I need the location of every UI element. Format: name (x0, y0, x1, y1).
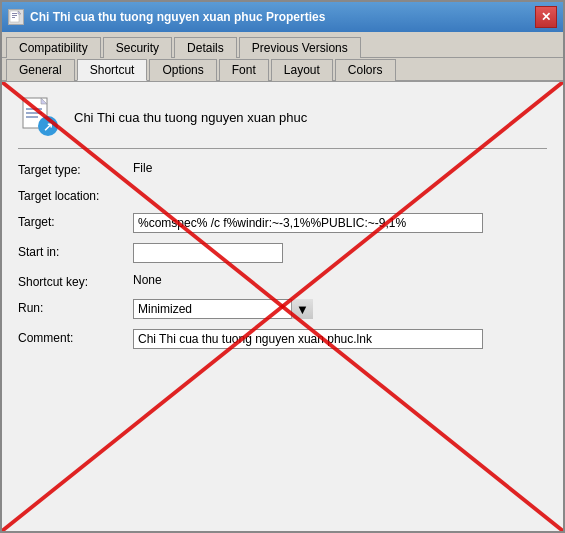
target-location-row: Target location: (18, 187, 547, 203)
file-title: Chi Thi cua thu tuong nguyen xuan phuc (74, 110, 307, 125)
start-in-input[interactable] (133, 243, 283, 263)
target-type-label: Target type: (18, 161, 133, 177)
run-row: Run: Normal window Minimized Maximized ▼ (18, 299, 547, 319)
comment-label: Comment: (18, 329, 133, 345)
run-label: Run: (18, 299, 133, 315)
window-title: Chi Thi cua thu tuong nguyen xuan phuc P… (30, 10, 325, 24)
run-select[interactable]: Normal window Minimized Maximized (133, 299, 313, 319)
target-type-value: File (133, 161, 152, 175)
svg-rect-0 (10, 11, 19, 22)
shortcut-key-label: Shortcut key: (18, 273, 133, 289)
target-input[interactable] (133, 213, 483, 233)
start-in-row: Start in: (18, 243, 547, 263)
svg-rect-8 (26, 112, 42, 114)
start-in-label: Start in: (18, 243, 133, 259)
tab-compatibility[interactable]: Compatibility (6, 37, 101, 58)
tab-layout[interactable]: Layout (271, 59, 333, 81)
svg-rect-9 (26, 116, 38, 118)
tab-colors[interactable]: Colors (335, 59, 396, 81)
title-bar: Chi Thi cua thu tuong nguyen xuan phuc P… (2, 2, 563, 32)
svg-rect-1 (12, 13, 17, 14)
shortcut-key-row: Shortcut key: None (18, 273, 547, 289)
window-icon (8, 9, 24, 25)
tab-shortcut[interactable]: Shortcut (77, 59, 148, 81)
content-area: ↗ Chi Thi cua thu tuong nguyen xuan phuc… (2, 82, 563, 531)
svg-rect-7 (26, 108, 42, 110)
target-type-row: Target type: File (18, 161, 547, 177)
tab-details[interactable]: Details (174, 37, 237, 58)
target-row: Target: (18, 213, 547, 233)
tab-security[interactable]: Security (103, 37, 172, 58)
svg-rect-2 (12, 15, 17, 16)
comment-input[interactable] (133, 329, 483, 349)
file-icon: ↗ (18, 96, 60, 138)
file-header: ↗ Chi Thi cua thu tuong nguyen xuan phuc (18, 96, 547, 149)
target-label: Target: (18, 213, 133, 229)
svg-rect-3 (12, 17, 15, 18)
target-location-label: Target location: (18, 187, 133, 203)
tab-options[interactable]: Options (149, 59, 216, 81)
tabs-row2: General Shortcut Options Font Layout Col… (2, 58, 563, 82)
shortcut-key-value: None (133, 273, 162, 287)
close-button[interactable]: ✕ (535, 6, 557, 28)
svg-marker-4 (18, 11, 21, 14)
svg-text:↗: ↗ (43, 120, 53, 134)
run-select-wrapper: Normal window Minimized Maximized ▼ (133, 299, 313, 319)
comment-row: Comment: (18, 329, 547, 349)
tabs-row1: Compatibility Security Details Previous … (2, 32, 563, 58)
tab-font[interactable]: Font (219, 59, 269, 81)
tab-general[interactable]: General (6, 59, 75, 81)
properties-window: Chi Thi cua thu tuong nguyen xuan phuc P… (0, 0, 565, 533)
tab-previous-versions[interactable]: Previous Versions (239, 37, 361, 58)
